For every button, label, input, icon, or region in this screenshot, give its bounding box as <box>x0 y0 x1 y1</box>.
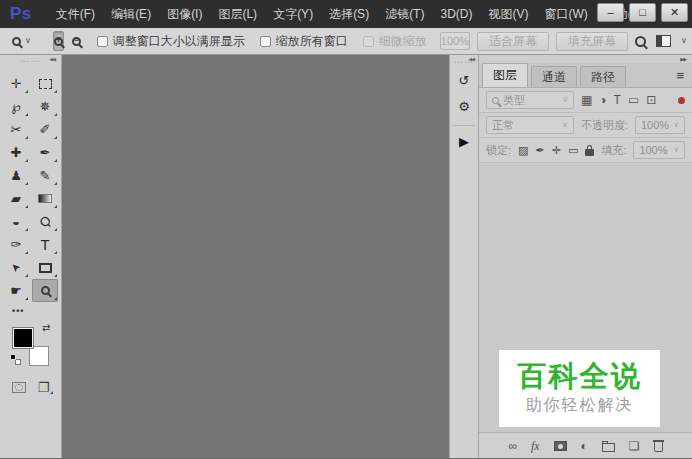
gradient-tool[interactable] <box>32 187 58 210</box>
properties-panel-button[interactable]: ⚙ <box>452 95 476 117</box>
eyedropper-tool[interactable]: ✐ <box>32 118 58 141</box>
menu-view[interactable]: 视图(V) <box>480 3 536 26</box>
workspace-switcher-icon[interactable] <box>656 35 671 47</box>
background-color-swatch[interactable] <box>29 346 49 366</box>
history-brush-tool[interactable]: ✎ <box>32 164 58 187</box>
blur-tool-icon: ◒ <box>12 215 20 228</box>
lock-row: 锁定: ▨ ✒ ✛ ▭ 填充: 100% ∨ <box>479 138 692 163</box>
add-layer-mask-button[interactable] <box>554 441 567 451</box>
path-selection-tool[interactable]: ➤ <box>3 256 29 279</box>
lock-all-icon[interactable] <box>585 149 594 156</box>
eraser-tool[interactable]: ▰ <box>3 187 29 210</box>
quick-mask-mode-button[interactable] <box>12 382 26 393</box>
tab-layers[interactable]: 图层 <box>482 63 528 87</box>
zoom-all-windows-checkbox[interactable] <box>260 36 271 47</box>
filter-type-label: 类型 <box>503 93 525 108</box>
layers-panel-bottom-bar: ∞ fx ◐ ❏ <box>479 432 692 458</box>
watermark-title: 百科全说 <box>518 361 642 393</box>
screen-mode-button[interactable]: ❐ <box>38 380 50 395</box>
dodge-tool[interactable]: Ϙ <box>32 210 58 233</box>
menu-image[interactable]: 图像(I) <box>159 3 210 26</box>
lock-transparency-icon[interactable]: ▨ <box>518 145 528 156</box>
hand-tool[interactable]: ☛ <box>3 279 29 302</box>
document-canvas[interactable] <box>62 55 449 458</box>
tool-preset-picker[interactable]: ∨ <box>8 34 35 49</box>
chevron-down-icon[interactable]: ∨ <box>681 37 687 45</box>
layer-filter-row: 类型 ∨ ▦ ◑ T ▭ ⊡ <box>479 88 692 113</box>
filter-smart-objects-icon[interactable]: ⊡ <box>646 94 656 106</box>
filter-shape-layers-icon[interactable]: ▭ <box>628 94 639 106</box>
move-tool[interactable]: ✛ <box>3 72 29 95</box>
menu-file[interactable]: 文件(F) <box>48 3 103 26</box>
eraser-tool-icon: ▰ <box>11 192 21 205</box>
opacity-select: 100% ∨ <box>635 116 685 134</box>
history-panel-button[interactable]: ↺ <box>452 69 476 91</box>
expand-dock-button[interactable]: ◀◀ <box>468 56 474 62</box>
minimize-button[interactable]: – <box>597 3 624 22</box>
collapse-panels-button[interactable]: ▶▶ <box>680 56 686 62</box>
edit-toolbar-button[interactable]: ••• <box>0 306 24 316</box>
dock-divider <box>453 125 475 126</box>
layer-style-button[interactable]: fx <box>531 440 540 452</box>
menu-edit[interactable]: 编辑(E) <box>103 3 159 26</box>
zoom-out-icon: − <box>72 37 81 46</box>
toolbox-grip[interactable]: ⋯⋯ <box>21 58 41 64</box>
lasso-tool[interactable]: ℘ <box>3 95 29 118</box>
swap-colors-icon[interactable]: ⇄ <box>42 323 50 333</box>
menu-filter[interactable]: 滤镜(T) <box>377 3 432 26</box>
brush-tool[interactable]: ✒ <box>32 141 58 164</box>
menu-layer[interactable]: 图层(L) <box>210 3 265 26</box>
panel-menu-icon[interactable]: ≡ <box>676 68 684 83</box>
menu-window[interactable]: 窗口(W) <box>536 3 595 26</box>
tab-channels[interactable]: 通道 <box>531 66 577 87</box>
close-button[interactable]: ✕ <box>661 3 688 22</box>
quick-selection-tool[interactable]: ✵ <box>32 95 58 118</box>
search-icon[interactable] <box>635 36 646 47</box>
pen-tool[interactable]: ✑ <box>3 233 29 256</box>
layer-filter-toggle[interactable] <box>678 97 685 104</box>
menu-bar: Ps 文件(F) 编辑(E) 图像(I) 图层(L) 文字(Y) 选择(S) 滤… <box>0 0 692 28</box>
zoom-tool[interactable] <box>32 279 58 302</box>
new-group-button[interactable] <box>602 443 615 452</box>
rectangular-marquee-tool[interactable] <box>32 72 58 95</box>
blur-tool[interactable]: ◒ <box>3 210 29 233</box>
filter-type-layers-icon[interactable]: T <box>614 94 621 106</box>
chevron-down-icon: ∨ <box>25 37 31 45</box>
spot-healing-brush-tool[interactable]: ✚ <box>3 141 29 164</box>
lock-position-icon[interactable]: ✛ <box>552 145 561 156</box>
chevron-down-icon: ∨ <box>562 96 568 104</box>
delete-layer-button[interactable] <box>654 442 663 452</box>
resize-windows-checkbox[interactable] <box>97 36 108 47</box>
watermark-subtitle: 助你轻松解决 <box>526 395 634 416</box>
zoom-in-button[interactable]: + <box>53 31 64 51</box>
foreground-color-swatch[interactable] <box>13 328 33 348</box>
type-tool-icon: T <box>40 237 49 252</box>
move-tool-icon: ✛ <box>11 77 22 90</box>
maximize-button[interactable]: □ <box>629 3 656 22</box>
clone-stamp-tool[interactable]: ♟ <box>3 164 29 187</box>
crop-tool[interactable]: ✂ <box>3 118 29 141</box>
filter-adjustment-layers-icon[interactable]: ◑ <box>599 94 606 106</box>
main-content: ◀◀ ⋯⋯ ✛ ℘ ✵ ✂ ✐ ✚ ✒ ♟ ✎ ▰ ◒ Ϙ ✑ T ➤ <box>0 55 692 458</box>
collapse-toolbox-button[interactable]: ◀◀ <box>49 56 55 62</box>
horizontal-type-tool[interactable]: T <box>32 233 58 256</box>
chevron-down-icon: ∨ <box>669 121 679 129</box>
lasso-tool-icon: ℘ <box>11 100 20 113</box>
fit-screen-button: 适合屏幕 <box>477 32 549 51</box>
lock-pixels-icon[interactable]: ✒ <box>535 145 544 156</box>
actions-panel-button[interactable]: ▶ <box>452 130 476 152</box>
menu-3d[interactable]: 3D(D) <box>432 4 480 24</box>
menu-select[interactable]: 选择(S) <box>321 3 377 26</box>
link-layers-button[interactable]: ∞ <box>508 440 517 452</box>
fill-value: 100% <box>639 144 667 156</box>
zoom-out-button[interactable]: − <box>71 31 82 51</box>
options-bar-right: ∨ <box>635 35 691 47</box>
new-adjustment-layer-button[interactable]: ◐ <box>581 440 588 452</box>
menu-type[interactable]: 文字(Y) <box>265 3 321 26</box>
filter-pixel-layers-icon[interactable]: ▦ <box>581 94 592 106</box>
tab-paths[interactable]: 路径 <box>580 66 626 87</box>
default-colors-icon[interactable] <box>10 354 21 365</box>
rectangle-tool[interactable] <box>32 256 58 279</box>
new-layer-button[interactable]: ❏ <box>629 440 640 452</box>
lock-artboard-icon[interactable]: ▭ <box>568 145 578 156</box>
